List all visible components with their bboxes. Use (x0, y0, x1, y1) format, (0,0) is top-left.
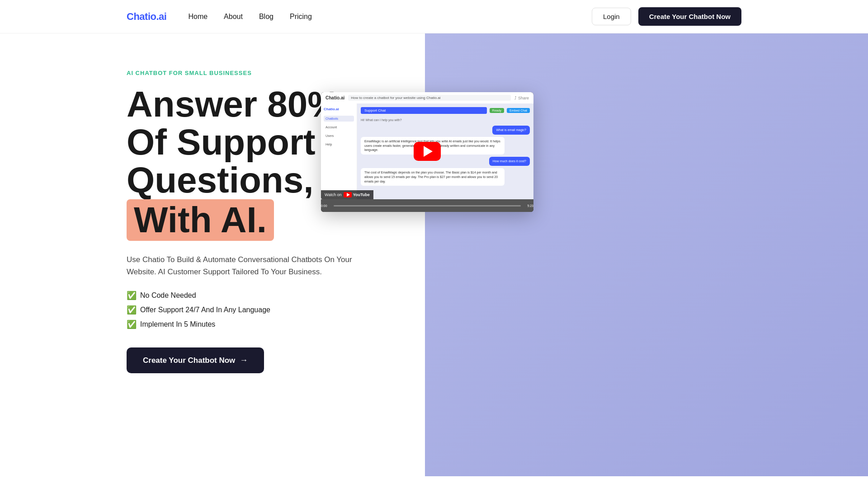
nav-links: Home About Blog Pricing (188, 13, 311, 21)
hero-section: AI CHATBOT FOR SMALL BUSINESSES Answer 8… (0, 33, 868, 476)
feature-item-3: ✅ Implement In 5 Minutes (127, 319, 425, 329)
nav-link-blog[interactable]: Blog (259, 13, 274, 20)
yt-chat-greeting: Hi! What can I help you with? (361, 118, 530, 122)
hero-right-bg: Chatio.ai How to create a chatbot for yo… (425, 33, 868, 476)
create-chatbot-nav-button[interactable]: Create Your Chatbot Now (638, 7, 741, 26)
watch-on-label: Watch on (325, 192, 342, 197)
yt-chat-area: What is email magic? EmailMagic is an ar… (361, 126, 530, 186)
yt-ready-badge: Ready (490, 108, 504, 113)
yt-bubble-3: How much does it cost? (489, 157, 530, 166)
yt-chat-content: Support Chat Ready Embed Chat Hi! What c… (357, 103, 533, 199)
login-button[interactable]: Login (592, 8, 631, 25)
youtube-logo-svg (344, 192, 352, 197)
yt-progress-bar: 0:00 5:23 (321, 199, 533, 212)
yt-chat-header-bar: Support Chat (361, 107, 487, 114)
yt-bubble-1: What is email magic? (492, 126, 530, 135)
feature-label-2: Offer Support 24/7 And In Any Language (140, 306, 270, 314)
video-container[interactable]: Chatio.ai How to create a chatbot for yo… (321, 92, 533, 212)
check-icon-3: ✅ (127, 319, 137, 329)
create-chatbot-hero-button[interactable]: Create Your Chatbot Now → (127, 347, 264, 373)
headline-line2: Of Support (127, 122, 316, 162)
watch-on-youtube: Watch on YouTube (321, 190, 373, 199)
logo-text-accent: .ai (156, 11, 166, 22)
youtube-logo: YouTube (344, 192, 370, 197)
nav-left: Chatio.ai Home About Blog Pricing (127, 11, 312, 23)
yt-main-area: Chatio.ai Chatbots Account Users Help Su… (321, 103, 533, 199)
feature-label-3: Implement In 5 Minutes (140, 320, 215, 328)
headline-highlight: With AI. (127, 199, 274, 241)
hero-subtext: Use Chatio To Build & Automate Conversat… (127, 253, 353, 278)
nav-link-about[interactable]: About (224, 13, 243, 20)
nav-right: Login Create Your Chatbot Now (592, 7, 741, 26)
hero-tag: AI CHATBOT FOR SMALL BUSINESSES (127, 70, 425, 76)
yt-sidebar-users: Users (324, 133, 354, 139)
logo[interactable]: Chatio.ai (127, 11, 166, 23)
arrow-right-icon: → (240, 356, 248, 365)
yt-duration: 5:23 (527, 204, 533, 207)
yt-sidebar-help: Help (324, 141, 354, 147)
nav-link-pricing[interactable]: Pricing (290, 13, 312, 20)
check-icon-1: ✅ (127, 291, 137, 300)
yt-timer: 0:00 (321, 204, 327, 207)
navbar: Chatio.ai Home About Blog Pricing Login … (0, 0, 868, 33)
yt-share-icon: ⤴ Share (514, 96, 529, 100)
yt-sidebar-logo: Chatio.ai (324, 107, 354, 111)
features-list: ✅ No Code Needed ✅ Offer Support 24/7 An… (127, 291, 425, 329)
yt-sidebar-account: Account (324, 124, 354, 130)
feature-item-1: ✅ No Code Needed (127, 291, 425, 300)
feature-label-1: No Code Needed (140, 291, 196, 300)
headline-line3: Questions, (127, 160, 313, 200)
yt-sidebar-chatbots: Chatbots (324, 116, 354, 122)
youtube-text: YouTube (353, 192, 370, 197)
yt-embed-badge: Embed Chat (507, 108, 530, 113)
yt-top-bar: Chatio.ai How to create a chatbot for yo… (321, 92, 533, 103)
yt-sidebar: Chatio.ai Chatbots Account Users Help (321, 103, 357, 199)
yt-channel-logo: Chatio.ai (326, 95, 344, 100)
headline-line1: Answer 80% (127, 84, 340, 124)
play-triangle-icon (424, 146, 433, 157)
logo-text-main: Chatio (127, 11, 156, 22)
yt-progress-track (334, 205, 521, 206)
yt-video-title: How to create a chatbot for your website… (348, 95, 511, 101)
nav-link-home[interactable]: Home (188, 13, 208, 20)
yt-bubble-4: The cost of EmailMagic depends on the pl… (361, 168, 505, 186)
check-icon-2: ✅ (127, 305, 137, 315)
feature-item-2: ✅ Offer Support 24/7 And In Any Language (127, 305, 425, 315)
youtube-embed[interactable]: Chatio.ai How to create a chatbot for yo… (321, 92, 533, 212)
create-chatbot-hero-label: Create Your Chatbot Now (143, 356, 235, 365)
play-button[interactable] (414, 142, 441, 161)
